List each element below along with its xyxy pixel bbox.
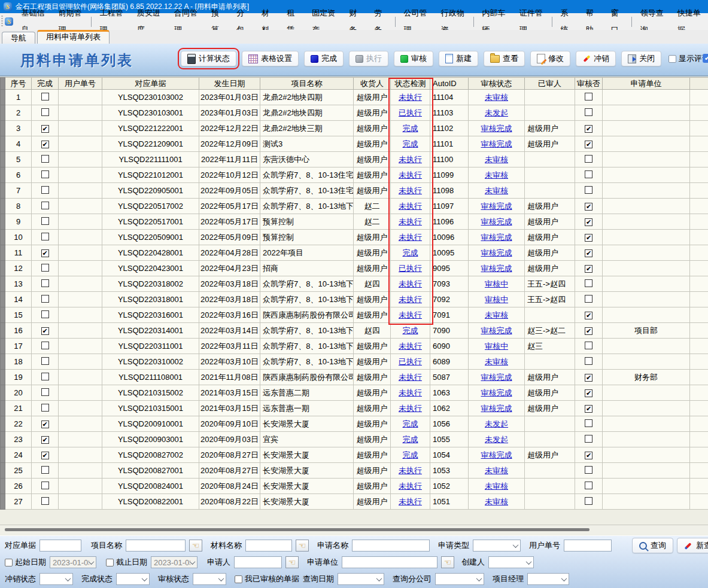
- toolbar-button-modify[interactable]: 修改: [530, 51, 570, 66]
- filter-checkbox-my-audited[interactable]: 我已审核的单据: [235, 574, 299, 584]
- toolbar-button-table-setup[interactable]: 表格设置: [242, 51, 299, 66]
- filter-select-creator[interactable]: [488, 556, 534, 568]
- button-new-query[interactable]: 新查询: [677, 538, 708, 553]
- filter-select-project-manager[interactable]: [527, 573, 569, 585]
- checkbox-icon[interactable]: [585, 218, 592, 226]
- cell-link-audit_status[interactable]: 审核完成: [481, 373, 512, 382]
- column-header-status[interactable]: 状态检测: [391, 78, 430, 90]
- cell-link-audit_status[interactable]: 未审核: [485, 93, 508, 102]
- checkbox-icon[interactable]: [585, 125, 592, 133]
- cell-link-audit_status[interactable]: 审核中: [485, 279, 508, 288]
- filter-select-query-date[interactable]: [338, 573, 384, 585]
- cell-link-status[interactable]: 完成: [403, 419, 418, 428]
- checkbox-icon[interactable]: [41, 436, 49, 444]
- column-header-sn[interactable]: 序号: [5, 78, 32, 90]
- cell-link-status[interactable]: 未执行: [399, 497, 422, 506]
- filter-input-request-name[interactable]: [352, 540, 430, 552]
- checkbox-icon[interactable]: [41, 186, 49, 194]
- checkbox-icon[interactable]: [585, 279, 592, 287]
- toolbar-button-audit[interactable]: 审核: [394, 51, 433, 66]
- checkbox-icon[interactable]: [585, 327, 592, 335]
- cell-link-audit_status[interactable]: 未发起: [485, 435, 508, 444]
- checkbox-icon[interactable]: [41, 342, 49, 349]
- filter-checkbox-end-date[interactable]: 截止日期: [106, 557, 147, 568]
- checkbox-icon[interactable]: [41, 249, 49, 257]
- cell-link-status[interactable]: 未执行: [399, 233, 422, 242]
- filter-select-writeoff-status[interactable]: [39, 573, 73, 585]
- horizontal-scrollbar[interactable]: [0, 525, 708, 535]
- cell-link-status[interactable]: 已执行: [399, 108, 422, 117]
- cell-link-status[interactable]: 完成: [403, 435, 418, 444]
- cell-link-audit_status[interactable]: 未发起: [485, 419, 508, 428]
- checkbox-icon[interactable]: [41, 217, 49, 225]
- column-header-audited[interactable]: 审核否: [575, 78, 603, 90]
- cell-link-status[interactable]: 未执行: [399, 186, 422, 195]
- checkbox-icon[interactable]: [235, 575, 242, 583]
- filter-input-requester[interactable]: [234, 556, 282, 568]
- checkbox-icon[interactable]: [41, 482, 49, 489]
- filter-input-project-name[interactable]: [126, 540, 186, 552]
- checkbox-icon[interactable]: [41, 233, 49, 240]
- checkbox-icon[interactable]: [585, 295, 592, 303]
- cell-link-status[interactable]: 未执行: [399, 388, 422, 397]
- cell-link-audit_status[interactable]: 审核完成: [481, 202, 512, 211]
- cell-link-status[interactable]: 未执行: [399, 310, 422, 319]
- filter-input-user-no[interactable]: [564, 540, 612, 552]
- toolbar-button-writeoff[interactable]: 冲销: [576, 51, 616, 66]
- cell-link-status[interactable]: 完成: [403, 139, 418, 148]
- checkbox-icon[interactable]: [41, 404, 49, 412]
- edge-checkbox[interactable]: [703, 54, 708, 63]
- cell-link-status[interactable]: 完成: [403, 326, 418, 335]
- cell-link-audit_status[interactable]: 未发起: [485, 108, 508, 117]
- cell-link-audit_status[interactable]: 未审核: [485, 170, 508, 179]
- checkbox-icon[interactable]: [585, 357, 592, 365]
- checkbox-icon[interactable]: [41, 310, 49, 318]
- checkbox-icon[interactable]: [585, 249, 592, 257]
- checkbox-icon[interactable]: [5, 559, 13, 566]
- cell-link-audit_status[interactable]: 未审核: [485, 310, 508, 319]
- toolbar-button-complete[interactable]: 完成: [304, 51, 344, 66]
- toolbar-button-view[interactable]: 查看: [484, 51, 525, 66]
- checkbox-icon[interactable]: [585, 186, 592, 194]
- cell-link-audit_status[interactable]: 审核完成: [481, 450, 512, 459]
- checkbox-icon[interactable]: [585, 312, 592, 319]
- cell-link-audit_status[interactable]: 未审核: [485, 357, 508, 366]
- checkbox-icon[interactable]: [585, 234, 592, 242]
- cell-link-audit_status[interactable]: 审核完成: [481, 217, 512, 226]
- cell-link-status[interactable]: 未执行: [399, 295, 422, 304]
- checkbox-icon[interactable]: [585, 452, 592, 459]
- scrollbar-thumb[interactable]: [5, 528, 590, 531]
- cell-link-status[interactable]: 完成: [403, 248, 418, 257]
- checkbox-icon[interactable]: [41, 327, 49, 335]
- cell-link-audit_status[interactable]: 审核完成: [481, 139, 512, 148]
- tab-material-request-list[interactable]: 用料申请单列表: [37, 30, 110, 44]
- checkbox-icon[interactable]: [585, 108, 592, 116]
- cell-link-status[interactable]: 未执行: [399, 404, 422, 413]
- cell-link-audit_status[interactable]: 未审核: [485, 155, 508, 164]
- checkbox-icon[interactable]: [585, 389, 592, 397]
- toolbar-button-calc-status[interactable]: 计算状态: [181, 51, 236, 66]
- toolbar-button-execute[interactable]: 执行: [349, 51, 388, 66]
- checkbox-icon[interactable]: [41, 93, 49, 100]
- filter-select-query-branch[interactable]: [435, 573, 484, 585]
- cell-link-audit_status[interactable]: 审核完成: [481, 124, 512, 133]
- column-header-user_no[interactable]: 用户单号: [59, 78, 102, 90]
- checkbox-icon[interactable]: [585, 374, 592, 382]
- filter-select-complete-status[interactable]: [116, 573, 150, 585]
- column-header-receiver[interactable]: 收货人: [354, 78, 391, 90]
- checkbox-icon[interactable]: [41, 373, 49, 380]
- checkbox-icon[interactable]: [585, 155, 592, 163]
- checkbox-icon[interactable]: [585, 342, 592, 349]
- checkbox-icon[interactable]: [41, 466, 49, 474]
- hand-select-button-project-name[interactable]: [189, 540, 202, 552]
- checkbox-icon[interactable]: [41, 497, 49, 505]
- filter-input-request-unit[interactable]: [342, 556, 437, 568]
- cell-link-status[interactable]: 完成: [403, 124, 418, 133]
- hand-select-button-requester[interactable]: [285, 556, 299, 568]
- cell-link-audit_status[interactable]: 审核完成: [481, 404, 512, 413]
- cell-link-audit_status[interactable]: 未审核: [485, 186, 508, 195]
- cell-link-audit_status[interactable]: 未审核: [485, 482, 508, 490]
- column-header-auto_id[interactable]: AutoID: [430, 78, 469, 90]
- column-header-doc_no[interactable]: 对应单据: [102, 78, 199, 90]
- checkbox-icon[interactable]: [41, 141, 49, 148]
